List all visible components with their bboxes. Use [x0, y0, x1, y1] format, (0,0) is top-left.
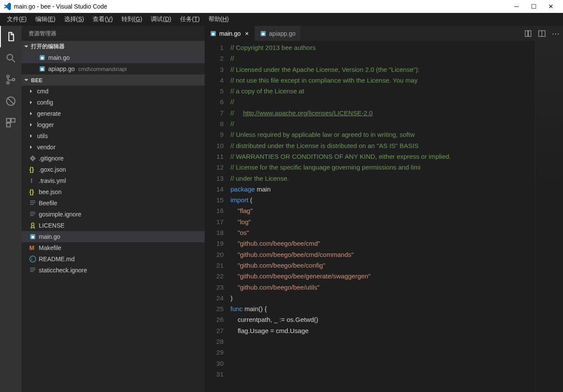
file-name: .travis.yml: [39, 177, 66, 184]
tab-label: apiapp.go: [269, 30, 296, 37]
svg-rect-8: [11, 118, 15, 122]
diff-icon[interactable]: [524, 30, 532, 37]
chevron-right-icon: [28, 89, 34, 94]
tab-label: main.go: [219, 30, 241, 37]
file-item[interactable]: !.travis.yml: [22, 175, 205, 186]
file-item[interactable]: main.go: [22, 231, 205, 242]
menu-h[interactable]: 帮助(H): [204, 14, 233, 25]
chevron-right-icon: [28, 145, 34, 150]
open-editor-item[interactable]: apiapp.gocmd\commands\api: [22, 63, 205, 74]
project-name: BEE: [31, 77, 43, 83]
file-name: .goxc.json: [39, 166, 66, 173]
bug-icon: [5, 96, 16, 107]
file-name: bee.json: [39, 188, 62, 195]
file-name: main.go: [39, 233, 60, 240]
extensions-activity[interactable]: [0, 112, 22, 133]
folder-item[interactable]: cmd: [22, 86, 205, 97]
file-name: main.go: [48, 54, 70, 61]
file-name: apiapp.go: [48, 65, 75, 72]
file-name: Makefile: [39, 244, 61, 251]
code-editor[interactable]: 1234567891011121314151617181920212223242…: [205, 41, 563, 392]
menu-v[interactable]: 查看(V): [88, 14, 117, 25]
chevron-right-icon: [28, 133, 34, 139]
folder-item[interactable]: vendor: [22, 142, 205, 153]
maximize-button[interactable]: ☐: [525, 0, 542, 13]
file-item[interactable]: iREADME.md: [22, 253, 205, 265]
workbench: 资源管理器 打开的编辑器 main.goapiapp.gocmd\command…: [0, 26, 563, 392]
svg-point-22: [30, 256, 36, 262]
folder-item[interactable]: logger: [22, 119, 205, 130]
file-item[interactable]: {}.goxc.json: [22, 164, 205, 175]
chevron-right-icon: [28, 111, 34, 116]
folder-name: config: [37, 99, 53, 106]
open-editor-item[interactable]: main.go: [22, 52, 205, 63]
svg-rect-28: [525, 31, 528, 37]
sidebar-title: 资源管理器: [22, 26, 205, 41]
file-item[interactable]: {}bee.json: [22, 186, 205, 198]
folder-name: vendor: [37, 144, 56, 151]
menu-d[interactable]: 调试(D): [146, 14, 175, 25]
close-tab-icon[interactable]: ×: [245, 30, 249, 37]
svg-rect-13: [41, 68, 44, 71]
source-control-icon: [5, 74, 16, 85]
code-content[interactable]: // Copyright 2013 bee authors//// Licens…: [230, 41, 535, 392]
tab-bar: main.go×apiapp.go ⋯: [205, 26, 563, 41]
file-name: .gitignore: [39, 155, 64, 162]
minimap[interactable]: [535, 41, 563, 392]
file-item[interactable]: gosimple.ignore: [22, 209, 205, 220]
more-actions-icon[interactable]: ⋯: [552, 29, 560, 38]
svg-rect-29: [529, 31, 531, 37]
svg-rect-25: [212, 33, 215, 35]
folder-item[interactable]: config: [22, 97, 205, 108]
file-item[interactable]: MMakefile: [22, 242, 205, 253]
scm-activity[interactable]: [0, 69, 22, 90]
window-title: main.go - bee - Visual Studio Code: [14, 3, 107, 10]
menu-g[interactable]: 转到(G): [117, 14, 146, 25]
extensions-icon: [5, 117, 16, 128]
svg-text:!: !: [31, 177, 33, 184]
menu-t[interactable]: 任务(T): [176, 14, 204, 25]
svg-point-4: [12, 78, 15, 80]
search-activity[interactable]: [0, 47, 22, 69]
debug-activity[interactable]: [0, 90, 22, 112]
minimize-button[interactable]: ─: [508, 0, 525, 13]
close-window-button[interactable]: ✕: [542, 0, 560, 13]
explorer-activity[interactable]: [0, 26, 22, 47]
svg-text:i: i: [31, 257, 32, 262]
svg-text:{}: {}: [29, 166, 34, 173]
svg-line-1: [12, 59, 15, 62]
file-item[interactable]: .gitignore: [22, 153, 205, 164]
svg-rect-20: [31, 236, 34, 238]
menu-e[interactable]: 编辑(E): [31, 14, 60, 25]
explorer-sidebar: 资源管理器 打开的编辑器 main.goapiapp.gocmd\command…: [22, 26, 205, 392]
svg-rect-9: [6, 123, 10, 127]
file-name: LICENSE: [39, 222, 65, 229]
file-item[interactable]: LICENSE: [22, 220, 205, 231]
chevron-down-icon: [23, 43, 29, 49]
svg-rect-7: [6, 118, 10, 122]
menu-s[interactable]: 选择(S): [60, 14, 89, 25]
menubar: 文件(F)编辑(E)选择(S)查看(V)转到(G)调试(D)任务(T)帮助(H): [0, 13, 563, 26]
folder-item[interactable]: generate: [22, 108, 205, 119]
activity-bar: [0, 26, 22, 392]
menu-f[interactable]: 文件(F): [3, 14, 31, 25]
chevron-down-icon: [23, 77, 29, 83]
window-titlebar: main.go - bee - Visual Studio Code ─ ☐ ✕: [0, 0, 563, 13]
chevron-right-icon: [28, 122, 34, 127]
project-section[interactable]: BEE: [22, 74, 205, 86]
file-item[interactable]: staticcheck.ignore: [22, 265, 205, 276]
svg-point-14: [32, 158, 34, 159]
split-editor-icon[interactable]: [538, 30, 546, 37]
folder-item[interactable]: utils: [22, 130, 205, 142]
svg-rect-27: [262, 33, 264, 35]
file-name: README.md: [39, 256, 75, 262]
open-editors-section[interactable]: 打开的编辑器: [22, 41, 205, 52]
editor-group: main.go×apiapp.go ⋯ 12345678910111213141…: [205, 26, 563, 392]
folder-name: generate: [37, 110, 61, 117]
editor-tab[interactable]: main.go×: [205, 26, 255, 41]
editor-tab[interactable]: apiapp.go: [255, 26, 302, 41]
file-item[interactable]: Beefile: [22, 198, 205, 209]
files-icon: [6, 31, 17, 42]
svg-text:{}: {}: [29, 188, 34, 195]
chevron-right-icon: [28, 100, 34, 105]
